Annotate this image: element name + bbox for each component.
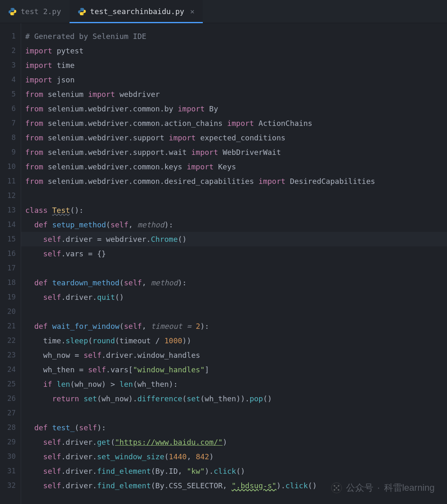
code-area[interactable]: # Generated by Selenium IDE import pytes… bbox=[21, 23, 447, 504]
close-icon[interactable]: × bbox=[190, 7, 195, 16]
tab-bar: test 2.py test_searchinbaidu.py × bbox=[0, 0, 447, 23]
python-icon bbox=[8, 7, 17, 16]
tab-test2[interactable]: test 2.py bbox=[0, 0, 70, 23]
watermark-label: 科雷learning bbox=[384, 482, 435, 494]
watermark-label: 公众号 bbox=[346, 482, 373, 494]
wechat-icon bbox=[331, 482, 342, 493]
line-gutter: 12345678 910111213141516 171819202122232… bbox=[0, 23, 21, 504]
python-icon bbox=[78, 7, 86, 16]
editor: 12345678 910111213141516 171819202122232… bbox=[0, 23, 447, 504]
tab-label: test 2.py bbox=[21, 7, 61, 16]
watermark: 公众号 · 科雷learning bbox=[331, 482, 435, 494]
tab-label: test_searchinbaidu.py bbox=[90, 7, 185, 16]
tab-test-searchinbaidu[interactable]: test_searchinbaidu.py × bbox=[70, 0, 203, 23]
